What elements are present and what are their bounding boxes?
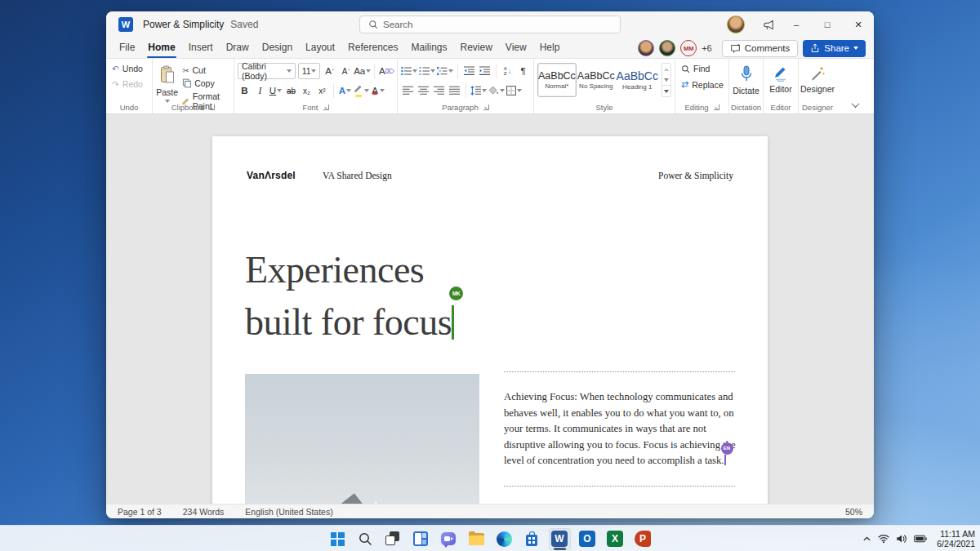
grow-font-button[interactable]: Aˆ [323,63,336,79]
paragraph-dialog-launcher[interactable] [483,104,489,110]
style-no-spacing[interactable]: AaBbCc No Spacing [577,63,616,97]
paste-button[interactable]: Paste [156,63,178,103]
text-effects-button[interactable]: A [338,82,352,99]
increase-indent-button[interactable] [478,63,492,79]
page-indicator[interactable]: Page 1 of 3 [118,507,162,517]
user-avatar[interactable] [727,16,745,33]
designer-button[interactable]: Designer [802,63,833,94]
document-image[interactable] [245,374,479,504]
file-explorer-button[interactable] [466,528,488,550]
style-normal[interactable]: AaBbCc Normal* [537,63,577,97]
share-button[interactable]: Share [803,40,866,57]
edge-button[interactable] [493,528,515,550]
task-view-button[interactable] [382,528,404,550]
cut-button[interactable]: ✂ Cut [180,64,230,76]
clear-formatting-button[interactable]: A ⌦ [380,63,394,79]
sort-button[interactable]: AZ ↓ [501,63,514,79]
undo-button[interactable]: ↶ Undo [109,63,149,74]
borders-button[interactable] [506,82,522,99]
clipboard-dialog-launcher[interactable] [209,104,215,110]
search-input[interactable]: Search [359,16,621,33]
collaborator-avatar-2[interactable] [659,40,675,56]
tray-chevron-up-icon[interactable] [862,535,871,544]
store-button[interactable] [521,528,543,550]
superscript-button[interactable]: x² [315,82,329,99]
align-right-button[interactable] [432,82,446,99]
bold-button[interactable]: B [238,82,252,99]
style-heading1[interactable]: AaBbCc Heading 1 [616,63,659,97]
redo-button[interactable]: ↷ Redo [109,78,149,90]
tab-design[interactable]: Design [256,38,299,57]
comments-button[interactable]: Comments [722,40,799,57]
taskbar-outlook-button[interactable]: O [577,528,599,550]
style-gallery-down-button[interactable] [662,74,670,85]
collaborator-avatar-1[interactable] [638,40,654,56]
strikethrough-button[interactable]: ab [284,82,298,99]
widgets-button[interactable] [410,528,432,550]
taskbar-powerpoint-button[interactable]: P [632,528,654,550]
decrease-indent-button[interactable] [462,63,476,79]
show-hide-marks-button[interactable]: ¶ [516,63,530,79]
maximize-button[interactable]: □ [812,11,843,38]
align-center-button[interactable] [416,82,430,99]
subscript-button[interactable]: x₂ [300,82,314,99]
tab-view[interactable]: View [499,38,533,57]
editor-button[interactable]: Editor [767,63,795,94]
collaborator-avatar-3[interactable]: MM [680,40,697,56]
save-status[interactable]: Saved [230,19,258,30]
tab-references[interactable]: References [341,38,404,57]
underline-button[interactable]: U [269,82,283,99]
feedback-megaphone-icon[interactable] [756,11,781,38]
close-button[interactable]: ✕ [843,11,874,38]
tab-draw[interactable]: Draw [220,38,256,57]
style-gallery-up-button[interactable] [662,64,670,74]
document-heading[interactable]: Experiences built for focusMK [245,244,454,349]
chat-button[interactable] [438,528,460,550]
shrink-font-button[interactable]: Aˇ [339,63,353,79]
editing-dialog-launcher[interactable] [714,104,719,110]
tab-insert[interactable]: Insert [182,38,220,57]
zoom-level[interactable]: 50% [845,507,862,517]
tab-layout[interactable]: Layout [299,38,341,57]
wifi-icon[interactable] [878,534,889,544]
document-page[interactable]: VanΛrsdel VA Shared Design Power & Simpl… [212,136,768,504]
tab-home[interactable]: Home [141,38,181,57]
dictate-button[interactable]: Dictate [733,63,760,96]
taskbar-word-button[interactable]: W [549,528,571,550]
change-case-button[interactable]: Aa [355,63,369,79]
style-gallery-more-button[interactable] [662,85,670,96]
multilevel-list-button[interactable] [437,63,453,79]
volume-icon[interactable] [896,534,907,544]
justify-button[interactable] [448,82,461,99]
body-paragraph[interactable]: Achieving Focus: When technology communi… [504,389,741,469]
highlight-button[interactable] [354,82,369,99]
tray-clock[interactable]: 11:11 AM 6/24/2021 [933,529,975,549]
taskbar-search-button[interactable] [354,528,376,550]
minimize-button[interactable]: – [781,11,812,38]
tab-mailings[interactable]: Mailings [404,38,453,57]
line-spacing-button[interactable] [470,82,487,99]
replace-button[interactable]: ⇄ Replace [679,78,725,91]
italic-button[interactable]: I [253,82,267,99]
language-indicator[interactable]: English (United States) [245,507,332,517]
shading-button[interactable] [488,82,505,99]
numbered-list-button[interactable] [419,63,435,79]
align-left-button[interactable] [401,82,415,99]
document-canvas[interactable]: VanΛrsdel VA Shared Design Power & Simpl… [106,114,874,504]
font-dialog-launcher[interactable] [323,104,329,110]
find-button[interactable]: Find [679,63,725,74]
collapse-ribbon-button[interactable] [848,99,862,110]
font-color-button[interactable]: A [371,82,385,99]
font-name-select[interactable]: Calibri (Body) [238,63,296,79]
taskbar-excel-button[interactable]: X [604,528,626,550]
bullet-list-button[interactable] [401,63,417,79]
font-size-select[interactable]: 11 [298,63,321,79]
battery-icon[interactable] [914,535,927,543]
word-count[interactable]: 234 Words [183,507,225,517]
tab-review[interactable]: Review [454,38,499,57]
copy-button[interactable]: Copy [180,78,230,89]
start-button[interactable] [327,528,349,550]
collaborator-overflow-count[interactable]: +6 [702,43,712,53]
tab-file[interactable]: File [113,38,141,57]
tab-help[interactable]: Help [533,38,567,57]
